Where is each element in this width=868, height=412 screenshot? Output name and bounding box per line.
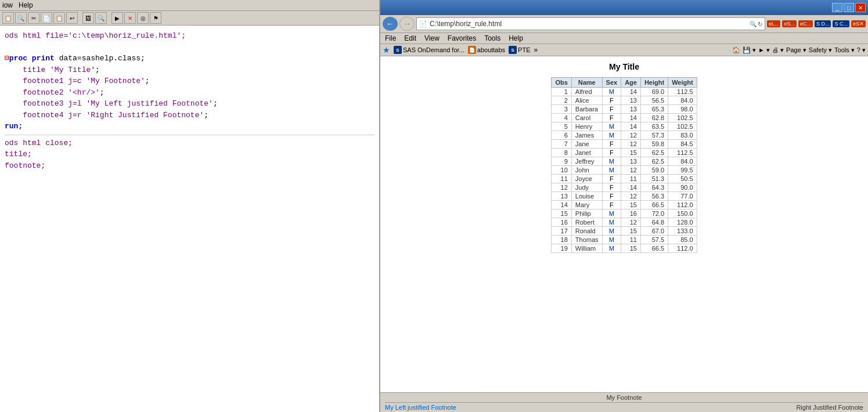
menu-favorites[interactable]: Favorites bbox=[448, 34, 476, 42]
tools-dropdown[interactable]: Tools ▾ bbox=[834, 46, 855, 54]
toolbar-btn-circle[interactable]: ◎ bbox=[137, 12, 149, 24]
table-row: 4 Carol F 14 62.8 102.5 bbox=[552, 114, 697, 122]
tab-c-icon[interactable]: eC... bbox=[798, 20, 813, 27]
page-dropdown[interactable]: Page ▾ bbox=[786, 46, 806, 54]
col-age: Age bbox=[621, 78, 641, 88]
cell-weight: 150.0 bbox=[668, 209, 697, 218]
menu-help[interactable]: Help bbox=[509, 34, 523, 42]
address-actions: 🔍 ↻ bbox=[750, 21, 762, 27]
footnote-row: My Left justified Footnote Right Justifi… bbox=[385, 404, 863, 411]
fav-star[interactable]: ★ bbox=[383, 45, 390, 55]
cell-height: 66.5 bbox=[640, 201, 668, 209]
cell-height: 62.5 bbox=[640, 157, 668, 166]
search-icon[interactable]: 🔍 bbox=[750, 21, 757, 27]
cell-weight: 128.0 bbox=[668, 218, 697, 227]
toolbar-btn-flag[interactable]: ⚑ bbox=[150, 12, 161, 24]
cell-name: John bbox=[571, 166, 602, 175]
cell-sex: M bbox=[602, 218, 621, 227]
table-row: 17 Ronald M 15 67.0 133.0 bbox=[552, 227, 697, 236]
cell-name: Carol bbox=[571, 114, 602, 122]
cell-weight: 102.5 bbox=[668, 114, 697, 122]
cell-age: 14 bbox=[621, 88, 641, 96]
toolbar-btn-8[interactable]: 🔍 bbox=[95, 12, 107, 24]
refresh-icon[interactable]: ↻ bbox=[758, 21, 762, 27]
menu-help[interactable]: Help bbox=[19, 1, 33, 9]
cell-sex: M bbox=[602, 236, 621, 244]
cell-height: 62.5 bbox=[640, 149, 668, 157]
tab-sas-d[interactable]: S D... bbox=[815, 20, 831, 27]
cell-age: 11 bbox=[621, 175, 641, 183]
tab-close-icon[interactable]: eL... bbox=[767, 20, 781, 27]
cell-height: 66.5 bbox=[640, 244, 668, 253]
menu-view[interactable]: View bbox=[424, 34, 440, 42]
toolbar-btn-5[interactable]: 📋 bbox=[53, 12, 65, 24]
fav-dropdown-1[interactable]: 💾 ▾ bbox=[743, 46, 756, 54]
maximize-button[interactable]: □ bbox=[844, 3, 854, 12]
fav-pte[interactable]: S PTE bbox=[509, 46, 530, 54]
toolbar-btn-stop[interactable]: ✕ bbox=[124, 12, 136, 24]
fav-abouttabs[interactable]: 📄 abouttabs bbox=[468, 46, 505, 54]
code-line-13: footnote; bbox=[5, 160, 374, 172]
cell-weight: 50.5 bbox=[668, 175, 697, 183]
cell-height: 64.3 bbox=[640, 183, 668, 192]
menu-tools[interactable]: Tools bbox=[484, 34, 500, 42]
menu-iow[interactable]: iow bbox=[2, 1, 13, 9]
cell-obs: 17 bbox=[552, 227, 571, 236]
tab-s-icon[interactable]: eS... bbox=[782, 20, 797, 27]
cell-name: Judy bbox=[571, 183, 602, 192]
cell-height: 63.5 bbox=[640, 122, 668, 131]
code-line-11: ods html close; bbox=[5, 138, 374, 149]
code-content[interactable]: ods html file='c:\temp\horiz_rule.html';… bbox=[0, 26, 379, 412]
cell-sex: F bbox=[602, 192, 621, 201]
cell-obs: 15 bbox=[552, 209, 571, 218]
address-bar[interactable]: 📄 C:\temp\horiz_rule.html 🔍 ↻ bbox=[416, 17, 765, 30]
code-line-6: footnote2 '<hr/>'; bbox=[5, 87, 374, 99]
cell-obs: 18 bbox=[552, 236, 571, 244]
forward-button[interactable]: → bbox=[399, 17, 415, 31]
safety-dropdown[interactable]: Safety ▾ bbox=[809, 46, 832, 54]
back-button[interactable]: ← bbox=[383, 17, 398, 31]
fav-sas-ondemand[interactable]: S SAS OnDemand for... bbox=[394, 46, 464, 54]
minimize-button[interactable]: _ bbox=[832, 3, 842, 12]
help-dropdown[interactable]: ? ▾ bbox=[857, 46, 866, 54]
cell-weight: 84.5 bbox=[668, 140, 697, 149]
cell-sex: M bbox=[602, 157, 621, 166]
toolbar-btn-run[interactable]: ▶ bbox=[111, 12, 123, 24]
home-button[interactable]: 🏠 bbox=[732, 46, 740, 54]
menu-file[interactable]: File bbox=[385, 34, 396, 42]
cell-obs: 11 bbox=[552, 175, 571, 183]
cell-age: 13 bbox=[621, 96, 641, 105]
browser-titlebar: _ □ ✕ bbox=[380, 0, 868, 15]
fav-dropdown-3[interactable]: 🖨 ▾ bbox=[772, 46, 784, 54]
cell-obs: 4 bbox=[552, 114, 571, 122]
toolbar-btn-4[interactable]: 📄 bbox=[41, 12, 52, 24]
menu-edit[interactable]: Edit bbox=[404, 34, 416, 42]
tab-sas-c[interactable]: S C... bbox=[833, 20, 849, 27]
cell-weight: 112.0 bbox=[668, 244, 697, 253]
code-editor-pane: iow Help 📋 🔍 ✂ 📄 📋 ↩ 🖼 🔍 ▶ ✕ ◎ ⚑ ods htm… bbox=[0, 0, 380, 412]
cell-height: 51.3 bbox=[640, 175, 668, 183]
toolbar-btn-1[interactable]: 📋 bbox=[2, 12, 14, 24]
toolbar-btn-7[interactable]: 🖼 bbox=[82, 12, 94, 24]
code-line-2 bbox=[5, 42, 374, 53]
table-row: 11 Joyce F 11 51.3 50.5 bbox=[552, 175, 697, 183]
tab-ex[interactable]: eS✕ bbox=[851, 20, 866, 27]
table-row: 9 Jeffrey M 13 62.5 84.0 bbox=[552, 157, 697, 166]
cell-sex: F bbox=[602, 149, 621, 157]
cell-obs: 1 bbox=[552, 88, 571, 96]
toolbar-btn-2[interactable]: 🔍 bbox=[15, 12, 27, 24]
fav-dropdown-2[interactable]: ► ▾ bbox=[758, 46, 770, 54]
toolbar-btn-3[interactable]: ✂ bbox=[28, 12, 39, 24]
cell-name: Jeffrey bbox=[571, 157, 602, 166]
cell-age: 15 bbox=[621, 244, 641, 253]
cell-height: 56.3 bbox=[640, 192, 668, 201]
cell-weight: 85.0 bbox=[668, 236, 697, 244]
cell-height: 72.0 bbox=[640, 209, 668, 218]
close-button[interactable]: ✕ bbox=[855, 3, 866, 12]
cell-sex: F bbox=[602, 183, 621, 192]
toolbar-btn-6[interactable]: ↩ bbox=[66, 12, 78, 24]
cell-obs: 7 bbox=[552, 140, 571, 149]
code-line-1: ods html file='c:\temp\horiz_rule.html'; bbox=[5, 30, 374, 42]
fav-chevron[interactable]: » bbox=[534, 46, 538, 54]
cell-weight: 77.0 bbox=[668, 192, 697, 201]
